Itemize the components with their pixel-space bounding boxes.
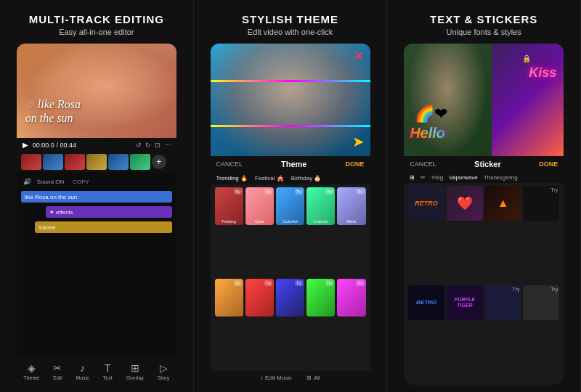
thumb-1[interactable] — [21, 154, 41, 170]
theme-cancel-button[interactable]: CANCEL — [216, 160, 243, 168]
triangle-sticker: ▲ — [497, 197, 509, 210]
redo-icon[interactable]: ↻ — [145, 142, 151, 149]
theme-categories: Trending 🔥 Festival 🎪 Birthday 🎂 — [211, 172, 370, 184]
sticker-cat-edit[interactable]: ✏ — [420, 174, 426, 181]
sticker-done-button[interactable]: DONE — [539, 160, 558, 168]
toolbar-story[interactable]: ▷ Story — [158, 362, 169, 380]
theme-cell-10[interactable]: Try — [337, 279, 365, 317]
theme-label-feeling: Feeling — [215, 219, 243, 224]
theme-title-label: Theme — [281, 160, 306, 168]
sticker-bar: CANCEL Sticker DONE — [404, 156, 564, 172]
theme-label-cute: Cute — [245, 219, 274, 224]
panel1-subtitle: Easy all-in-one editor — [59, 28, 134, 36]
thumb-6[interactable] — [130, 154, 150, 170]
video-preview-3: 🌈❤ Hello Kiss 🔒 — [404, 44, 564, 156]
panel1-title: MULTI-TRACK EDITING — [29, 13, 164, 25]
theme-cell-colorful1[interactable]: Try Colorful — [276, 187, 304, 225]
add-clip-button[interactable]: + — [152, 155, 166, 169]
edit-music-button[interactable]: ♪ Edit Music — [260, 375, 292, 381]
play-button[interactable]: ▶ — [23, 141, 28, 149]
heart-icon: ♡ — [25, 100, 33, 110]
control-icons: ↺ ↻ ⊡ ⋯ — [136, 142, 171, 149]
sticker-try-2[interactable]: Try — [485, 285, 521, 320]
theme-cat-festival[interactable]: Festival 🎪 — [255, 175, 284, 181]
theme-cell-mem[interactable]: Try Mem — [337, 187, 365, 225]
sound-label: Sound ON — [37, 179, 64, 185]
time-display: 00:00.0 / 00:44 — [33, 142, 76, 149]
sticker-grid: RETRO ❤️ ▲ Try RETRO PURPLETIGER Try Try — [404, 183, 564, 385]
sticker-cat-grid[interactable]: ⊞ — [410, 174, 415, 181]
text-clip[interactable]: like Rosa on the sun — [21, 191, 172, 203]
text-label: Text — [103, 375, 113, 380]
sticker-clip[interactable]: Sticker — [35, 221, 172, 233]
sticker-cat-vlog[interactable]: Vlog — [431, 174, 443, 181]
sticker-retro-1[interactable]: RETRO — [408, 186, 444, 221]
more-icon[interactable]: ⋯ — [164, 142, 171, 149]
toolbar-music[interactable]: ♪ Music — [76, 362, 89, 380]
sticker-heart[interactable]: ❤️ — [447, 186, 483, 221]
theme-cell-6[interactable]: Try — [215, 279, 243, 317]
thumb-2[interactable] — [43, 154, 63, 170]
try-label-1: Try — [550, 187, 558, 192]
theme-cell-7[interactable]: Try — [245, 279, 274, 317]
phone-screen-3: 🌈❤ Hello Kiss 🔒 CANCEL Sticker DONE ⊞ ✏ … — [404, 44, 564, 385]
music-icon: ♪ — [80, 362, 85, 374]
thumb-3[interactable] — [65, 154, 85, 170]
toolbar-edit[interactable]: ✂ Edit — [53, 362, 62, 380]
tracks-area: 🔊 Sound ON COPY like Rosa on the sun ✦ e… — [17, 172, 176, 358]
timeline-strip: + — [17, 152, 176, 172]
effects-clip[interactable]: ✦ effects — [46, 206, 172, 218]
panel-stickers: TEXT & STICKERS Unique fonts & styles 🌈❤… — [387, 0, 581, 392]
theme-cat-trending[interactable]: Trending 🔥 — [216, 175, 248, 181]
copy-label: COPY — [73, 179, 89, 185]
theme-done-button[interactable]: DONE — [345, 160, 364, 168]
theme-cat-birthday[interactable]: Birthday 🎂 — [291, 175, 322, 181]
try-badge-8: Try — [295, 280, 303, 286]
sticker-triangle[interactable]: ▲ — [485, 186, 521, 221]
edit-label: Edit — [53, 375, 62, 380]
all-button[interactable]: ⊞ All — [306, 375, 320, 381]
track-row-sound: 🔊 Sound ON COPY — [21, 175, 172, 188]
retro-label-2: RETRO — [416, 299, 436, 306]
crop-icon[interactable]: ⊡ — [155, 142, 161, 149]
sticker-try-1[interactable]: Try — [523, 186, 559, 221]
toolbar-text[interactable]: T Text — [103, 362, 113, 380]
theme-cell-cute[interactable]: Try Cute — [245, 187, 274, 225]
sticker-cat-vaporwave[interactable]: Vaporwave — [449, 174, 477, 181]
sticker-try-3[interactable]: Try — [523, 285, 559, 320]
toolbar-overlay[interactable]: ⊞ Overlay — [126, 362, 144, 380]
all-icon: ⊞ — [306, 375, 312, 381]
video-text-1: ♡ like Rosa on the sun — [25, 97, 81, 125]
deco-line-bottom — [211, 125, 370, 127]
sticker-cat-thanksgiving[interactable]: Thanksgiving — [484, 174, 518, 181]
try-badge-9: Try — [325, 280, 333, 286]
panel2-subtitle: Edit video with one-click — [248, 28, 333, 36]
undo-icon[interactable]: ↺ — [136, 142, 142, 149]
theme-cell-8[interactable]: Try — [276, 279, 304, 317]
track-row-sticker: Sticker — [21, 221, 172, 234]
edit-icon: ✂ — [53, 362, 62, 374]
thumb-5[interactable] — [108, 154, 129, 170]
sticker-cancel-button[interactable]: CANCEL — [410, 160, 436, 168]
thumb-4[interactable] — [86, 154, 107, 170]
track-row-effects: ✦ effects — [21, 205, 172, 219]
theme-cell-colorful2[interactable]: Try Colorful — [306, 187, 335, 225]
track-row-text: like Rosa on the sun — [21, 190, 172, 203]
toolbar-theme[interactable]: ◈ Theme — [23, 362, 39, 380]
try-label-2: Try — [513, 287, 520, 292]
panel3-title: TEXT & STICKERS — [430, 13, 537, 25]
video-preview-1: ♡ like Rosa on the sun — [17, 44, 176, 138]
hello-sticker: Hello — [410, 125, 445, 142]
rainbow-heart-sticker: 🌈❤ — [415, 105, 447, 123]
theme-cell-9[interactable]: Try — [306, 279, 335, 317]
sticker-categories: ⊞ ✏ Vlog Vaporwave Thanksgiving — [404, 172, 564, 183]
theme-cell-feeling[interactable]: Try Feeling — [215, 187, 243, 225]
theme-bar: CANCEL Theme DONE — [211, 156, 370, 172]
sticker-purple-tiger[interactable]: PURPLETIGER — [447, 285, 483, 320]
vp2-face — [211, 44, 370, 156]
retro-label-1: RETRO — [415, 200, 438, 207]
overlay-label: Overlay — [126, 375, 144, 380]
sticker-retro-2[interactable]: RETRO — [408, 285, 444, 320]
panel3-subtitle: Unique fonts & styles — [447, 28, 521, 36]
panel-multitrack: MULTI-TRACK EDITING Easy all-in-one edit… — [0, 0, 194, 392]
